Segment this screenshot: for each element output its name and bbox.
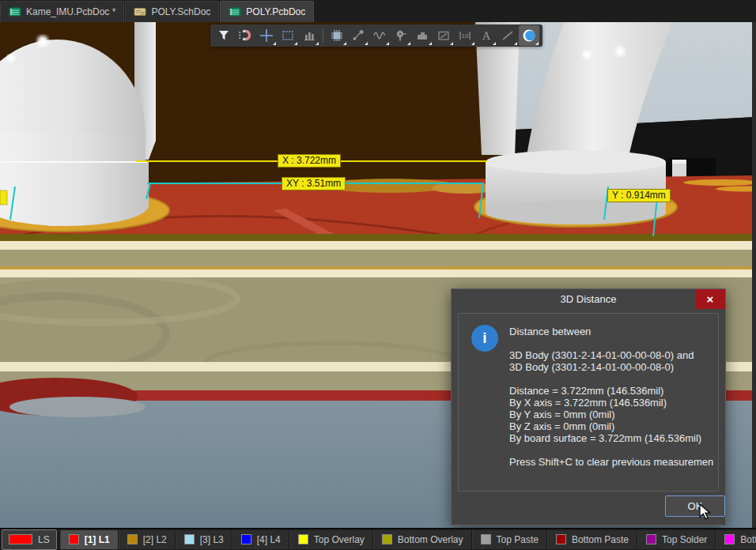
dialog-line: 3D Body (3301-2-14-01-00-00-08-0) [509,361,713,373]
line-icon [501,28,515,43]
bar-stack-icon [302,28,316,43]
filter-icon [217,28,231,43]
document-tab-bar: Kame_IMU.PcbDoc * POLY.SchDoc POLY.PcbDo… [0,0,756,22]
view-sphere-button[interactable] [519,25,539,46]
pcbdoc-icon [9,6,21,17]
layer-tab-l1[interactable]: [1] L1 [60,530,119,549]
schdoc-icon [134,6,146,17]
tab-label: POLY.SchDoc [151,6,210,17]
inner-copper-layer [0,266,756,269]
layer-label: [3] L3 [200,534,224,545]
pcb-3d-viewport[interactable]: X : 3.722mm XY : 3.51mm Y : 0.914mm [0,22,756,528]
dialog-line: Distance = 3.722mm (146.536mil) [509,385,713,397]
wave-icon [372,28,387,43]
board-edge-mask [0,234,756,241]
measurement-label-x: X : 3.722mm [278,154,341,168]
dialog-line: By Z axis = 0mm (0mil) [509,420,713,432]
view-toolbar: 10 A [210,24,542,47]
layer-swatch [241,534,251,544]
layer-tab-bottom-overlay[interactable]: Bottom Overlay [373,530,472,549]
polygon-icon [415,28,429,43]
magnet-button[interactable] [235,25,255,46]
selection-rect-icon [281,28,295,43]
layer-label: Bottom Paste [572,534,629,545]
select-area-button[interactable] [278,25,298,46]
measurement-label-xy: XY : 3.51mm [282,177,346,190]
chip-icon [330,28,344,43]
layer-label: [1] L1 [85,534,110,545]
dialog-line: 3D Body (3301-2-14-01-00-00-08-0) and [509,349,713,361]
measurement-label-y: Y : 0.914mm [607,189,671,202]
layer-tab-bar: LS [1] L1 [2] L2 [3] L3 [4] L4 Top Overl… [0,528,756,550]
layer-label: Top Paste [497,534,539,545]
layer-swatch [298,534,308,544]
layer-tab-l4[interactable]: [4] L4 [232,530,289,549]
layer-set-tab[interactable]: LS [2,529,57,550]
mouse-cursor [699,503,715,521]
svg-text:A: A [482,30,490,42]
dialog-title: 3D Distance [452,289,725,309]
filter-button[interactable] [214,25,234,46]
layer-tab-bottom-solder[interactable]: Bottom Solder [716,530,756,549]
place-text-button[interactable]: A [476,25,497,46]
dialog-content-panel: i Distance between 3D Body (3301-2-14-01… [458,313,719,492]
sphere-3d-icon [522,28,536,43]
layer-tab-top-paste[interactable]: Top Paste [472,530,547,549]
route-icon [351,28,365,43]
board-edge-core [0,241,756,250]
dialog-line [509,444,713,456]
tab-label: Kame_IMU.PcbDoc * [26,6,115,17]
info-icon: i [471,325,498,352]
tab-poly-schdoc[interactable]: POLY.SchDoc [125,1,219,22]
tab-poly-pcbdoc[interactable]: POLY.PcbDoc [220,1,314,22]
toolbar-divider [323,28,323,43]
snap-crosshair-button[interactable] [256,25,277,46]
tab-label: POLY.PcbDoc [246,6,305,17]
layer-label: [2] L2 [143,534,167,545]
text-icon: A [479,28,493,43]
layer-label: Top Overlay [314,534,365,545]
pad-stack-button[interactable] [299,25,319,46]
layer-label: [4] L4 [257,534,281,545]
dimension-button[interactable]: 10 [455,25,475,46]
layer-label: LS [38,534,50,545]
interactive-route-button[interactable] [348,25,369,46]
component-button[interactable] [327,25,347,46]
svg-text:10: 10 [462,32,469,40]
dialog-line: By board surface = 3.722mm (146.536mil) [509,432,713,444]
measure-icon [437,28,451,43]
layer-swatch [646,534,656,544]
layer-label: Top Solder [662,534,707,545]
crosshair-icon [259,28,274,43]
clipped-measure-label [0,190,7,205]
viewport-edge [752,22,756,528]
pcbdoc-icon [229,6,241,17]
layer-tab-l2[interactable]: [2] L2 [119,530,176,549]
measure-button[interactable] [433,25,454,46]
dialog-line: Press Shift+C to clear previous measurem… [509,456,713,468]
layer-tab-bottom-paste[interactable]: Bottom Paste [547,530,637,549]
layer-label: Bottom Solder [740,534,756,545]
layer-swatch [184,534,195,544]
tab-kame-imu-pcbdoc[interactable]: Kame_IMU.PcbDoc * [0,1,124,22]
layer-swatch [724,534,735,544]
layer-label: Bottom Overlay [398,534,463,545]
dialog-line [509,337,713,349]
layer-tab-l3[interactable]: [3] L3 [176,530,232,549]
dialog-line: By X axis = 3.722mm (146.536mil) [509,397,713,409]
wave-button[interactable] [369,25,390,46]
dimension-icon: 10 [458,28,472,43]
dialog-line [509,373,713,385]
layer-swatch [556,534,566,544]
place-line-button[interactable] [497,25,518,46]
close-button[interactable]: × [695,289,725,309]
dialog-message: Distance between 3D Body (3301-2-14-01-0… [509,326,713,468]
layer-swatch [127,534,138,544]
ok-button[interactable]: OK [665,495,725,517]
3d-distance-dialog: 3D Distance × i Distance between 3D Body… [451,288,726,526]
layer-tab-top-overlay[interactable]: Top Overlay [289,530,373,549]
altium-window: Kame_IMU.PcbDoc * POLY.SchDoc POLY.PcbDo… [0,0,756,550]
via-button[interactable] [391,25,411,46]
layer-tab-top-solder[interactable]: Top Solder [637,530,716,549]
polygon-pour-button[interactable] [412,25,433,46]
